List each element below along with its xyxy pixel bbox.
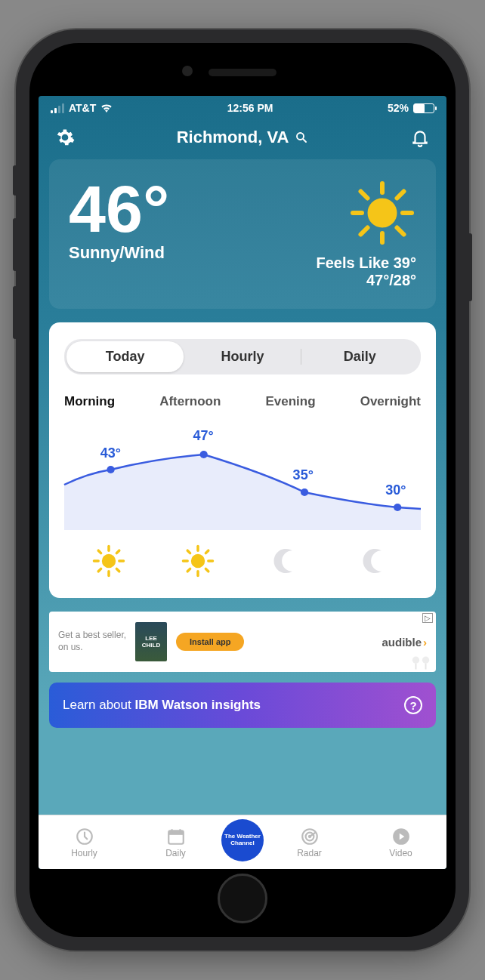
daypart-afternoon[interactable]: Afternoon <box>159 394 221 409</box>
carrier-label: AT&T <box>69 102 96 114</box>
battery-percent: 52% <box>388 102 409 114</box>
play-icon <box>391 827 411 846</box>
svg-point-13 <box>301 488 308 496</box>
ad-close-icon[interactable]: ▷ <box>422 613 433 623</box>
moon-icon <box>359 544 394 578</box>
hi-lo: 47°/28° <box>316 272 416 289</box>
tabbar-home[interactable]: The Weather Channel <box>221 819 264 861</box>
app-header: Richmond, VA <box>39 120 446 159</box>
svg-line-22 <box>116 550 119 553</box>
svg-line-32 <box>187 569 190 571</box>
ad-text: Get a best seller, <box>58 630 126 642</box>
help-icon[interactable]: ? <box>404 696 422 714</box>
svg-point-15 <box>102 554 116 568</box>
svg-point-33 <box>412 657 419 664</box>
svg-line-29 <box>187 550 190 553</box>
svg-line-8 <box>397 228 404 235</box>
svg-point-12 <box>200 451 208 458</box>
tab-hourly[interactable]: Hourly <box>184 341 301 372</box>
bell-icon[interactable] <box>410 128 430 147</box>
svg-point-24 <box>191 554 205 568</box>
phone-power-switch <box>468 233 472 301</box>
signal-icon <box>51 103 64 113</box>
ad-brand-label: audible› <box>382 636 427 649</box>
svg-line-7 <box>361 192 368 199</box>
svg-point-14 <box>394 504 401 511</box>
home-button[interactable] <box>218 874 267 923</box>
ad-install-button[interactable]: Install app <box>176 633 244 651</box>
status-bar: AT&T 12:56 PM 52% <box>39 96 446 120</box>
daypart-icons <box>64 544 421 578</box>
chart-point-temp: 47° <box>193 428 213 444</box>
bottom-tab-bar: Hourly Daily The Weather Channel Radar V… <box>39 815 446 869</box>
svg-rect-37 <box>168 831 184 834</box>
segmented-control: Today Hourly Daily <box>64 339 421 374</box>
location-selector[interactable]: Richmond, VA <box>177 128 309 147</box>
location-label: Richmond, VA <box>177 128 289 147</box>
daypart-overnight[interactable]: Overnight <box>360 394 421 409</box>
svg-point-2 <box>368 199 397 228</box>
phone-mute-switch <box>13 165 17 196</box>
tabbar-hourly[interactable]: Hourly <box>39 827 130 858</box>
ad-book-cover: LEE CHILD <box>135 622 167 661</box>
tab-daily[interactable]: Daily <box>301 341 419 372</box>
current-temp: 46° <box>69 179 169 239</box>
chart-point-temp: 43° <box>100 445 121 461</box>
forecast-card: Today Hourly Daily Morning Afternoon Eve… <box>49 322 436 598</box>
ad-text: on us. <box>58 642 126 654</box>
svg-line-21 <box>116 569 119 571</box>
status-time: 12:56 PM <box>227 102 273 114</box>
phone-frame: AT&T 12:56 PM 52% Richmond, VA <box>16 29 469 951</box>
twc-logo-icon: The Weather Channel <box>221 831 264 850</box>
current-condition: Sunny/Wind <box>69 243 169 263</box>
moon-icon <box>270 544 304 578</box>
earbuds-icon <box>410 655 431 670</box>
svg-line-10 <box>361 228 368 235</box>
daypart-evening[interactable]: Evening <box>265 394 315 409</box>
feels-like: Feels Like 39° <box>316 254 416 272</box>
phone-camera <box>182 66 193 76</box>
tabbar-daily[interactable]: Daily <box>130 827 221 858</box>
wifi-icon <box>100 103 113 112</box>
phone-speaker <box>209 69 276 76</box>
calendar-icon <box>166 827 186 846</box>
current-conditions-card[interactable]: 46° Sunny/Wind Feels Like 39 <box>49 159 436 309</box>
temperature-chart: 43° 47° 35° 30° <box>64 432 421 530</box>
app-screen: AT&T 12:56 PM 52% Richmond, VA <box>39 96 446 869</box>
sun-icon <box>348 179 416 247</box>
battery-icon <box>413 103 434 113</box>
phone-volume-up <box>13 218 17 271</box>
tabbar-radar[interactable]: Radar <box>264 827 355 858</box>
radar-icon <box>300 827 320 846</box>
tabbar-video[interactable]: Video <box>355 827 446 858</box>
clock-icon <box>75 827 94 846</box>
svg-point-34 <box>422 657 429 664</box>
svg-line-20 <box>98 550 100 553</box>
daypart-labels: Morning Afternoon Evening Overnight <box>64 394 421 409</box>
svg-line-30 <box>205 569 208 571</box>
svg-line-9 <box>397 192 404 199</box>
ad-banner[interactable]: Get a best seller, on us. LEE CHILD Inst… <box>49 612 436 672</box>
svg-line-1 <box>304 139 307 142</box>
sun-icon <box>91 544 126 578</box>
svg-line-23 <box>98 569 100 571</box>
watson-insights-banner[interactable]: Learn about IBM Watson insights ? <box>49 683 436 728</box>
chart-point-temp: 35° <box>293 467 314 483</box>
svg-point-11 <box>107 466 114 473</box>
sun-icon <box>181 544 215 578</box>
insight-text: Learn about IBM Watson insights <box>63 698 261 713</box>
phone-volume-down <box>13 286 17 339</box>
svg-line-31 <box>205 550 208 553</box>
gear-icon[interactable] <box>55 128 75 147</box>
search-icon <box>295 131 308 144</box>
tab-today[interactable]: Today <box>66 341 184 372</box>
chart-point-temp: 30° <box>385 482 406 498</box>
daypart-morning[interactable]: Morning <box>64 394 115 409</box>
